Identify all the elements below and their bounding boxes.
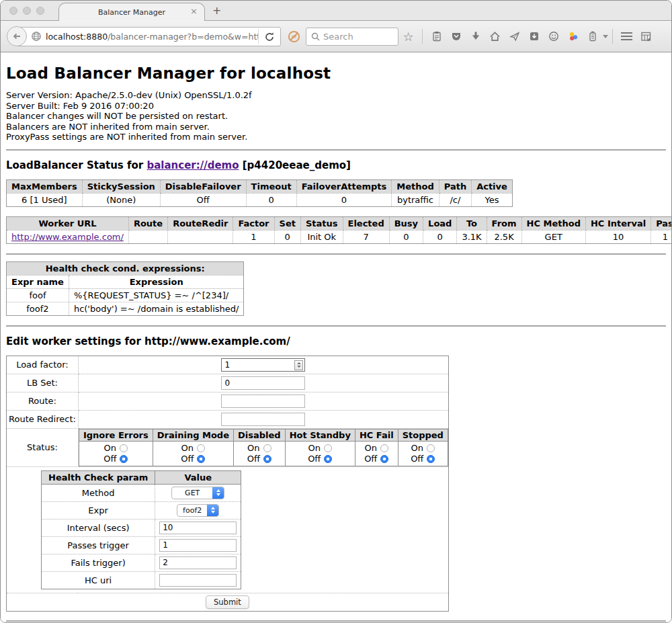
divider (6, 253, 666, 255)
route-input[interactable] (221, 394, 305, 408)
close-window-button[interactable] (9, 7, 17, 15)
url-bar[interactable]: localhost:8880/balancer-manager?b=demo&w… (17, 27, 281, 46)
cell-to: 3.1K (457, 230, 487, 243)
worker-row: http://www.example.com/ 1 0 Init Ok 7 0 … (7, 230, 672, 243)
hc-params-cell: Health Check param Value Method GET (7, 466, 449, 593)
cell-maxmembers: 6 [1 Used] (7, 193, 83, 206)
hc-uri-input[interactable] (159, 574, 237, 587)
form-row-route-redirect: Route Redirect: (7, 410, 449, 428)
route-redirect-label: Route Redirect: (7, 410, 79, 428)
table-tool-extension-icon[interactable] (636, 26, 656, 46)
hc-uri-label: HC uri (42, 571, 155, 589)
status-col-ignore-errors: Ignore Errors (79, 429, 153, 441)
disabled-on-radio[interactable] (263, 444, 271, 452)
stepper-arrows-icon[interactable] (294, 360, 303, 370)
cell-busy: 0 (389, 230, 423, 243)
status-col-hc-fail: HC Fail (355, 429, 398, 441)
download-extension-icon[interactable] (524, 26, 544, 46)
server-built-line: Server Built: Feb 9 2016 07:00:20 (6, 101, 666, 112)
status-col-draining-mode: Draining Mode (153, 429, 233, 441)
palette-extension-icon[interactable] (563, 26, 583, 46)
downloads-icon[interactable] (466, 26, 485, 46)
disabled-off-radio[interactable] (263, 455, 271, 463)
on-label: On (247, 443, 259, 453)
status-header-row: Ignore Errors Draining Mode Disabled Hot… (79, 429, 448, 441)
cell-load: 0 (423, 230, 457, 243)
header-cell: Expression (69, 275, 244, 288)
submit-button[interactable]: Submit (206, 595, 249, 609)
navigation-toolbar: localhost:8880/balancer-manager?b=demo&w… (1, 21, 671, 52)
feedback-smiley-icon[interactable] (544, 26, 563, 46)
header-cell: To (457, 216, 487, 230)
url-text[interactable]: localhost:8880/balancer-manager?b=demo&w… (46, 32, 258, 42)
tab-close-icon[interactable]: × (190, 7, 198, 15)
off-label: Off (308, 454, 321, 464)
lb-set-input[interactable] (221, 376, 305, 390)
tab-balancer-manager[interactable]: Balancer Manager × (58, 3, 205, 21)
cell-passes: 1 (0) (651, 230, 672, 243)
bookmark-star-icon[interactable]: ☆ (398, 26, 418, 46)
expr-row: foof %{REQUEST_STATUS} =~ /^[234]/ (7, 288, 244, 302)
fails-input[interactable] (159, 556, 237, 569)
off-label: Off (181, 454, 194, 464)
divider (6, 620, 666, 622)
status-col-stopped: Stopped (398, 429, 448, 441)
method-select[interactable]: GET (171, 487, 224, 499)
route-redirect-input[interactable] (221, 413, 305, 426)
draining-mode-on-radio[interactable] (197, 444, 205, 452)
method-cell: GET (155, 484, 241, 501)
edit-worker-heading: Edit worker settings for http://www.exam… (6, 335, 666, 347)
minimize-window-button[interactable] (23, 7, 31, 15)
balancer-demo-link[interactable]: balancer://demo (146, 159, 239, 171)
expr-select[interactable]: foof2 (177, 504, 219, 517)
content-blocker-button[interactable] (288, 30, 300, 43)
stopped-on-radio[interactable] (427, 444, 435, 452)
passes-input[interactable] (159, 539, 237, 552)
reload-button[interactable] (258, 29, 276, 44)
ignore-errors-off-radio[interactable] (120, 455, 128, 463)
expr-table: Health check cond. expressions: Expr nam… (6, 261, 244, 316)
hot-standby-on-radio[interactable] (324, 444, 332, 452)
load-factor-input[interactable] (221, 358, 305, 372)
form-row-load-factor: Load factor: (7, 356, 449, 374)
header-cell: Expr name (7, 275, 69, 288)
container-extension-icon[interactable] (583, 26, 602, 46)
home-icon[interactable] (485, 26, 505, 46)
menu-hamburger-icon[interactable] (617, 26, 636, 46)
on-label: On (104, 443, 116, 453)
on-label: On (181, 443, 194, 453)
balancer-status-heading: LoadBalancer Status for balancer://demo … (6, 159, 666, 171)
send-page-icon[interactable] (505, 26, 524, 46)
back-button[interactable] (7, 26, 27, 46)
form-row-route: Route: (7, 392, 449, 410)
reading-list-icon[interactable] (427, 26, 446, 46)
search-box[interactable] (306, 28, 398, 46)
worker-url-link[interactable]: http://www.example.com/ (11, 232, 124, 242)
stopped-off-radio[interactable] (427, 455, 435, 463)
search-input[interactable] (323, 32, 387, 42)
interval-input[interactable] (159, 522, 237, 534)
draining-mode-off-radio[interactable] (197, 455, 205, 463)
header-cell: Timeout (246, 179, 296, 193)
status-col-hot-standby: Hot Standby (285, 429, 355, 441)
page-title: Load Balancer Manager for localhost (6, 65, 666, 82)
cell-expr-name: foof2 (7, 302, 69, 315)
hot-standby-off-radio[interactable] (324, 455, 332, 463)
balancer-status-table: MaxMembers StickySession DisableFailover… (6, 179, 513, 207)
pocket-icon[interactable] (446, 26, 466, 46)
ignore-errors-on-radio[interactable] (120, 444, 128, 452)
zoom-window-button[interactable] (36, 7, 44, 15)
cell-stickysession: (None) (82, 193, 160, 206)
cell-from: 2.5K (487, 230, 521, 243)
header-cell: Passes (651, 216, 672, 230)
header-cell: Active (472, 179, 513, 193)
submit-cell: Submit (7, 593, 449, 611)
hc-fail-off-radio[interactable] (380, 455, 388, 463)
hc-fail-on-radio[interactable] (380, 444, 388, 452)
select-chevrons-icon (212, 487, 224, 499)
overflow-caret-icon[interactable] (603, 35, 608, 38)
cell-elected: 7 (343, 230, 389, 243)
new-tab-button[interactable]: + (212, 4, 221, 17)
persist-notice-line: Balancer changes will NOT be persisted o… (6, 111, 666, 122)
form-row-submit: Submit (7, 593, 449, 611)
